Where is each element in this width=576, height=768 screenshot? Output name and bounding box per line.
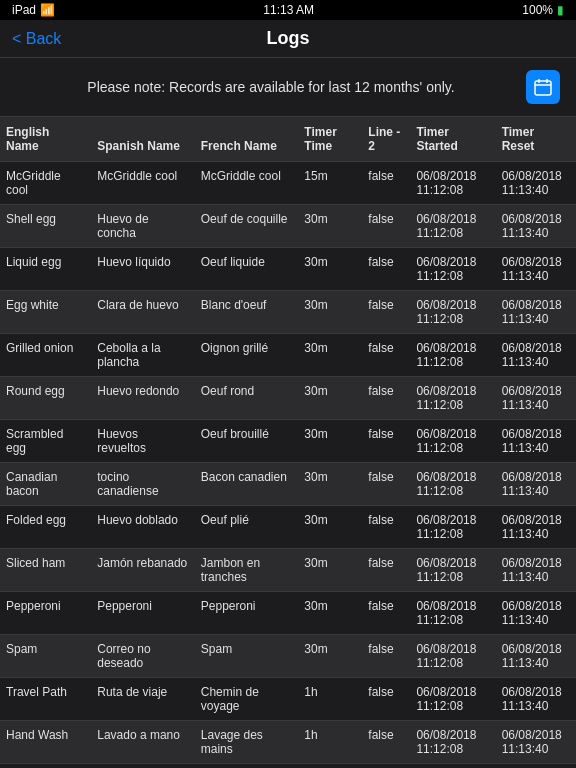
cell-french: Jambon en tranches (195, 549, 299, 592)
cell-spanish: Ruta de viaje (91, 678, 195, 721)
cell-line: false (362, 420, 410, 463)
cell-started: 06/08/201811:12:08 (410, 721, 495, 764)
status-time: 11:13 AM (263, 3, 314, 17)
carrier-label: iPad (12, 3, 36, 17)
cell-line: false (362, 721, 410, 764)
cell-reset: 06/08/201811:13:40 (496, 248, 576, 291)
cell-spanish: Huevos revueltos (91, 420, 195, 463)
nav-bar: < Back Logs (0, 20, 576, 58)
cell-french: Oeuf rond (195, 377, 299, 420)
table-row: Canadian bacontocino canadienseBacon can… (0, 463, 576, 506)
battery-label: 100% (522, 3, 553, 17)
cell-english: Folded egg (0, 506, 91, 549)
cell-reset: 06/08/201811:13:40 (496, 764, 576, 769)
header-line: Line - 2 (362, 117, 410, 162)
cell-timer: 30m (298, 635, 362, 678)
cell-french: Oeuf de coquille (195, 205, 299, 248)
svg-rect-0 (535, 81, 551, 95)
cell-french: Pepperoni (195, 592, 299, 635)
cell-spanish: Jamón rebanado (91, 549, 195, 592)
cell-french: Gâteaux chauds (195, 764, 299, 769)
cell-english: Canadian bacon (0, 463, 91, 506)
cell-started: 06/08/201811:12:08 (410, 549, 495, 592)
cell-english: Travel Path (0, 678, 91, 721)
table-row: McGriddle coolMcGriddle coolMcGriddle co… (0, 162, 576, 205)
cell-timer: 15m (298, 162, 362, 205)
cell-started: 06/08/201811:12:08 (410, 377, 495, 420)
table-row: Folded eggHuevo dobladoOeuf plié30mfalse… (0, 506, 576, 549)
cell-started: 06/08/201811:12:08 (410, 291, 495, 334)
cell-english: Sliced ham (0, 549, 91, 592)
cell-reset: 06/08/201811:13:40 (496, 377, 576, 420)
cell-french: Oeuf plié (195, 506, 299, 549)
cell-french: Chemin de voyage (195, 678, 299, 721)
notice-text: Please note: Records are available for l… (16, 79, 526, 95)
table-row: Travel PathRuta de viajeChemin de voyage… (0, 678, 576, 721)
cell-line: false (362, 635, 410, 678)
cell-started: 06/08/201811:12:08 (410, 506, 495, 549)
calendar-button[interactable] (526, 70, 560, 104)
cell-spanish: Huevo redondo (91, 377, 195, 420)
cell-spanish: tocino canadiense (91, 463, 195, 506)
cell-french: Lavage des mains (195, 721, 299, 764)
cell-timer: 30m (298, 377, 362, 420)
cell-reset: 06/08/201811:13:40 (496, 721, 576, 764)
table-row: Shell eggHuevo de conchaOeuf de coquille… (0, 205, 576, 248)
back-button[interactable]: < Back (12, 30, 61, 48)
header-spanish: Spanish Name (91, 117, 195, 162)
cell-spanish: Cebolla a la plancha (91, 334, 195, 377)
cell-line: false (362, 162, 410, 205)
cell-timer: 30m (298, 420, 362, 463)
battery-icon: ▮ (557, 3, 564, 17)
cell-started: 06/08/201811:12:08 (410, 162, 495, 205)
cell-started: 06/08/201811:12:08 (410, 764, 495, 769)
status-bar: iPad 📶 11:13 AM 100% ▮ (0, 0, 576, 20)
notice-bar: Please note: Records are available for l… (0, 58, 576, 117)
table-container: English Name Spanish Name French Name Ti… (0, 117, 576, 768)
cell-line: false (362, 334, 410, 377)
table-row: PepperoniPepperoniPepperoni30mfalse06/08… (0, 592, 576, 635)
cell-english: Shell egg (0, 205, 91, 248)
table-row: Round eggHuevo redondoOeuf rond30mfalse0… (0, 377, 576, 420)
cell-spanish: McGriddle cool (91, 162, 195, 205)
table-row: SpamCorreo no deseadoSpam30mfalse06/08/2… (0, 635, 576, 678)
calendar-icon (534, 78, 552, 96)
cell-timer: 30m (298, 549, 362, 592)
table-row: Grilled onionCebolla a la planchaOignon … (0, 334, 576, 377)
cell-spanish: Clara de huevo (91, 291, 195, 334)
cell-started: 06/08/201811:12:08 (410, 334, 495, 377)
cell-timer: 30m (298, 592, 362, 635)
cell-english: Egg white (0, 291, 91, 334)
cell-line: false (362, 678, 410, 721)
header-reset: Timer Reset (496, 117, 576, 162)
table-body: McGriddle coolMcGriddle coolMcGriddle co… (0, 162, 576, 769)
cell-timer: 30m (298, 205, 362, 248)
wifi-icon: 📶 (40, 3, 55, 17)
cell-spanish: Correo no deseado (91, 635, 195, 678)
cell-line: false (362, 506, 410, 549)
cell-spanish: Panqueques (91, 764, 195, 769)
cell-french: Blanc d'oeuf (195, 291, 299, 334)
cell-reset: 06/08/201811:13:40 (496, 549, 576, 592)
cell-english: Grilled onion (0, 334, 91, 377)
cell-english: Liquid egg (0, 248, 91, 291)
cell-english: Pepperoni (0, 592, 91, 635)
cell-french: Oignon grillé (195, 334, 299, 377)
cell-french: McGriddle cool (195, 162, 299, 205)
header-french: French Name (195, 117, 299, 162)
table-row: Liquid eggHuevo líquidoOeuf liquide30mfa… (0, 248, 576, 291)
page-title: Logs (267, 28, 310, 49)
cell-spanish: Huevo de concha (91, 205, 195, 248)
header-timer: Timer Time (298, 117, 362, 162)
cell-reset: 06/08/201811:13:40 (496, 291, 576, 334)
cell-french: Oeuf brouillé (195, 420, 299, 463)
cell-english: McGriddle cool (0, 162, 91, 205)
cell-reset: 06/08/201811:13:40 (496, 420, 576, 463)
cell-spanish: Pepperoni (91, 592, 195, 635)
cell-line: false (362, 764, 410, 769)
cell-timer: 1h (298, 678, 362, 721)
cell-timer: 30m (298, 291, 362, 334)
status-right: 100% ▮ (522, 3, 564, 17)
cell-started: 06/08/201811:12:08 (410, 205, 495, 248)
cell-english: Spam (0, 635, 91, 678)
